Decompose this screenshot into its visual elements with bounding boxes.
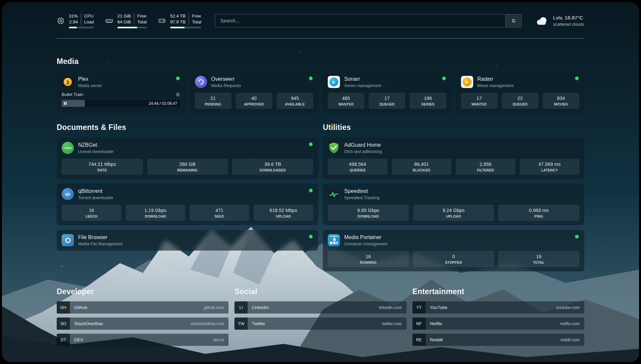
cpu-usage-value: 31%	[69, 13, 78, 19]
speedtest-icon	[328, 188, 340, 200]
stat-box: 0 STOPPED	[413, 251, 494, 267]
qbittorrent-card[interactable]: qb qBittorrent Torrent downloader 16 LEE…	[57, 184, 318, 225]
app-desc: Media Requests	[211, 83, 241, 88]
nzbget-icon: nzbget	[62, 142, 74, 154]
app-name: NZBGet	[78, 142, 114, 148]
search-engine-button[interactable]: G	[505, 15, 521, 27]
app-name: Overseerr	[211, 76, 241, 82]
app-name: Plex	[78, 76, 102, 82]
qbittorrent-icon: qb	[62, 188, 74, 200]
ram-total-label: Total	[137, 19, 147, 25]
stat-label: DOWNLOADED	[233, 168, 312, 172]
stat-value: 9.24 Gbps	[414, 208, 493, 213]
bookmark-youtube[interactable]: YT YouTube youtube.com	[412, 301, 584, 314]
stat-label: REMAINING	[148, 168, 227, 172]
weather-condition: scattered clouds	[553, 22, 584, 27]
bookmark-abbr: DT	[57, 334, 70, 346]
app-desc: Usenet downloader	[78, 149, 114, 154]
bookmark-reddit[interactable]: RE Reddit reddit.com	[412, 334, 584, 346]
section-title-entertainment: Entertainment	[412, 287, 584, 296]
plex-card[interactable]: ❯ Plex Media server Bullet Train ⚙ 24:44…	[57, 72, 185, 113]
stat-value: 17	[462, 96, 496, 101]
radarr-card[interactable]: ▶ Radarr Movie management 17 WANTED 22 Q…	[456, 72, 585, 113]
bookmark-linkedin[interactable]: LI LinkedIn linkedin.com	[234, 301, 406, 314]
stat-label: BLOCKED	[393, 168, 450, 172]
bookmark-name: Reddit	[430, 337, 443, 342]
bookmark-url: reddit.com	[561, 338, 580, 342]
sonarr-card[interactable]: ▶ Sonarr Series management 485 WANTED 17…	[323, 72, 451, 113]
ram-free-value: 21 GiB	[117, 13, 131, 19]
gear-icon[interactable]: ⚙	[176, 92, 180, 97]
section-utilities: Utilities AdGu	[323, 123, 584, 271]
portainer-icon	[328, 234, 340, 246]
stat-value: 40	[237, 96, 271, 101]
stat-label: LATENCY	[521, 168, 578, 172]
stat-label: PING	[500, 214, 578, 218]
stat-value: 9.65 Gbps	[329, 208, 408, 213]
now-playing-title: Bullet Train	[62, 92, 83, 97]
app-desc: DNS and adblocking	[344, 149, 382, 154]
cloud-icon	[535, 16, 549, 26]
bookmark-abbr: LI	[234, 301, 248, 314]
adguard-card[interactable]: AdGuard Home DNS and adblocking 498,564 …	[323, 137, 584, 179]
divider	[57, 38, 584, 39]
stat-value: 485	[329, 96, 363, 101]
bookmark-stackoverflow[interactable]: SO StackOverflow stackoverflow.com	[57, 318, 229, 330]
stat-label: MOVIES	[544, 102, 578, 106]
bookmark-name: YouTube	[430, 305, 447, 310]
app-desc: Media server	[78, 83, 102, 88]
pause-icon[interactable]	[64, 102, 67, 105]
bookmark-url: dev.to	[213, 338, 224, 342]
stat-label: QUEUED	[503, 102, 537, 106]
filebrowser-icon	[62, 234, 74, 246]
bookmark-url: stackoverflow.com	[190, 321, 224, 326]
disk-metric: 52.4 TB 97.9 TB Free Total	[158, 13, 201, 28]
status-dot	[442, 76, 446, 80]
disk-icon	[158, 17, 166, 25]
bookmark-name: StackOverflow	[74, 321, 103, 326]
bookmark-abbr: GH	[57, 301, 70, 314]
stat-box: 196 SERIES	[410, 93, 446, 109]
bookmark-dev[interactable]: DT DEV dev.to	[57, 334, 229, 346]
topbar: 31% 2.94 CPU Load	[57, 13, 584, 28]
radarr-icon: ▶	[461, 76, 473, 88]
bookmark-twitter[interactable]: TW Twitter twitter.com	[234, 318, 406, 330]
stat-box: 22 QUEUED	[502, 93, 538, 109]
app-desc: Movie management	[477, 83, 514, 88]
filebrowser-card[interactable]: File Browser Media File Management	[57, 230, 318, 251]
bookmark-netflix[interactable]: NF Netflix netflix.com	[412, 318, 584, 330]
stat-box: 1.19 Gbps DOWNLOAD	[126, 205, 185, 221]
stat-label: QUERIES	[329, 168, 386, 172]
stat-value: 744.21 Mbps	[63, 162, 141, 167]
stat-box: 16 LEECH	[62, 205, 121, 221]
stat-box: 498,564 QUERIES	[328, 159, 387, 175]
stat-box: 744.21 Mbps RATE	[62, 159, 143, 175]
playback-progress-bar[interactable]: 24:44 / 02:06:47	[62, 100, 180, 107]
search-bar: G	[215, 14, 522, 27]
stat-box: 16 TOTAL	[498, 251, 579, 267]
speedtest-card[interactable]: Speedtest Speedtest Tracking 9.65 Gbps D…	[323, 184, 584, 225]
stat-box: 0.993 ms PING	[498, 205, 579, 221]
bookmark-github[interactable]: GH Github github.com	[57, 301, 229, 314]
overseerr-card[interactable]: Overseerr Media Requests 21 PENDING 40 A…	[190, 72, 319, 113]
search-input[interactable]	[215, 15, 505, 27]
app-desc: Series management	[344, 83, 381, 88]
nzbget-card[interactable]: nzbget NZBGet Usenet downloader 744.21 M…	[57, 137, 318, 179]
ram-metric: 21 GiB 64 GiB Free Total	[105, 13, 147, 28]
stat-value: 17	[370, 96, 404, 101]
app-desc: Container management	[344, 242, 387, 246]
stat-label: WANTED	[462, 102, 496, 106]
stat-label: TOTAL	[500, 260, 578, 264]
stat-box: 40 APPROVED	[236, 93, 272, 109]
bookmark-name: Twitter	[252, 321, 265, 326]
portainer-card[interactable]: Media Portainer Container management 16 …	[323, 230, 584, 271]
stat-box: 2,956 FILTERED	[456, 159, 515, 175]
stat-value: 945	[278, 96, 312, 101]
disk-total-label: Total	[192, 19, 201, 25]
bookmark-abbr: RE	[412, 334, 426, 346]
stat-value: 266 GB	[148, 162, 227, 167]
disk-total-value: 97.9 TB	[170, 19, 186, 25]
cpu-usage-label: CPU	[84, 13, 94, 19]
bookmark-name: LinkedIn	[252, 305, 269, 310]
section-title-social: Social	[234, 287, 406, 296]
